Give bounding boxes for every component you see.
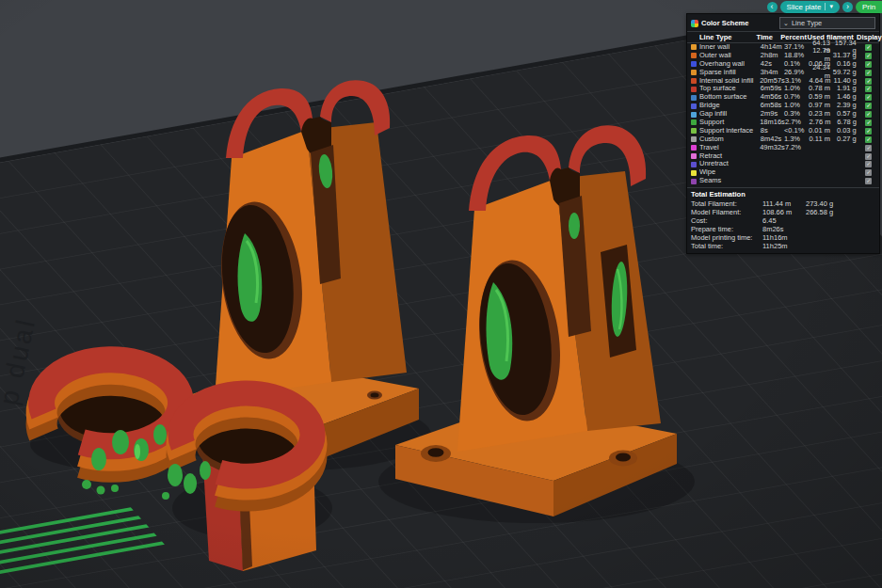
total-value-1: 111.44 m (762, 199, 806, 208)
slice-plate-button[interactable]: Slice plate ▾ (780, 1, 840, 13)
view-mode-select[interactable]: ⌄ Line Type (779, 17, 875, 29)
chevron-left-icon: ‹ (771, 2, 774, 11)
line-type-swatch (691, 136, 697, 142)
total-value-1: 108.66 m (762, 208, 806, 216)
filament-weight-value: 0.27 g (830, 135, 858, 144)
display-cell: ✓ (858, 178, 879, 184)
total-value-2 (806, 225, 879, 233)
total-value-1: 11h16m (762, 233, 806, 242)
display-checkbox[interactable]: ✓ (865, 94, 872, 101)
plate-next-button[interactable]: › (842, 2, 853, 12)
display-checkbox[interactable]: ✓ (865, 61, 872, 68)
line-type-swatch (691, 128, 697, 134)
total-value-1: 11h25m (762, 242, 806, 250)
percent-value: 7.2% (785, 144, 807, 152)
line-type-swatch (691, 162, 697, 167)
action-toolbar: ‹ Slice plate ▾ › Prin (767, 1, 882, 12)
line-type-swatch (691, 95, 697, 101)
line-type-label: Top surface (699, 85, 761, 93)
total-label: Model printing time: (687, 233, 762, 242)
total-row: Prepare time:8m26s (687, 225, 879, 233)
line-type-row: Travel49m32s7.2%✓ (687, 144, 879, 152)
line-type-swatch (691, 145, 697, 151)
display-checkbox[interactable]: ✓ (865, 53, 872, 59)
total-value-2 (806, 233, 879, 242)
line-type-label: Support interface (699, 127, 761, 135)
total-value-2 (806, 216, 879, 225)
line-type-label: Travel (699, 144, 760, 152)
display-cell: ✓ (858, 111, 879, 118)
display-checkbox[interactable]: ✓ (865, 111, 872, 118)
display-cell: ✓ (858, 153, 879, 160)
time-value: 49m32s (760, 144, 785, 152)
total-row: Total time:11h25m (687, 242, 879, 250)
display-checkbox[interactable]: ✓ (865, 78, 872, 85)
display-checkbox[interactable]: ✓ (865, 128, 872, 135)
chevron-down-icon: ▾ (829, 3, 833, 10)
display-checkbox[interactable]: ✓ (865, 119, 872, 126)
line-type-swatch (691, 44, 697, 50)
display-checkbox[interactable]: ✓ (865, 86, 872, 92)
print-label: Prin (862, 3, 875, 11)
display-cell: ✓ (858, 86, 879, 92)
counterbore-hole (616, 453, 631, 462)
slicer-preview-window: p dual (0, 0, 882, 588)
display-checkbox[interactable]: ✓ (865, 169, 872, 176)
line-type-swatch (691, 103, 697, 109)
panel-title: Color Scheme (701, 19, 748, 27)
line-type-label: Wipe (699, 168, 761, 177)
line-type-label: Outer wall (699, 52, 761, 60)
line-type-swatch (691, 87, 697, 92)
display-cell: ✓ (858, 70, 879, 76)
line-type-label: Internal solid infill (699, 77, 760, 86)
palette-icon (691, 20, 698, 27)
col-percent: Percent (780, 33, 804, 41)
line-type-label: Overhang wall (699, 60, 761, 69)
view-mode-value: Line Type (792, 19, 822, 27)
total-label: Total Filament: (687, 199, 762, 208)
line-type-swatch (691, 112, 697, 118)
line-type-swatch (691, 179, 697, 184)
print-button[interactable]: Prin (856, 1, 882, 13)
col-line-type: Line Type (699, 33, 756, 41)
line-type-row: Unretract✓ (687, 160, 879, 168)
total-label: Cost: (687, 216, 762, 225)
line-type-label: Seams (699, 177, 761, 185)
display-checkbox[interactable]: ✓ (865, 44, 872, 51)
plate-prev-button[interactable]: ‹ (767, 2, 778, 12)
display-checkbox[interactable]: ✓ (865, 136, 872, 143)
display-checkbox[interactable]: ✓ (865, 153, 872, 160)
totals-title: Total Estimation (687, 187, 879, 199)
line-type-label: Support (699, 119, 760, 127)
line-type-swatch (691, 78, 697, 84)
display-checkbox[interactable]: ✓ (865, 145, 872, 151)
display-checkbox[interactable]: ✓ (865, 103, 872, 109)
total-value-2: 266.58 g (806, 208, 879, 216)
line-type-label: Sparse infill (699, 69, 761, 77)
chevron-down-icon: ⌄ (783, 20, 789, 27)
line-type-swatch (691, 70, 697, 75)
display-cell: ✓ (858, 53, 879, 59)
filament-length-value: 0.11 m (806, 135, 830, 144)
display-checkbox[interactable]: ✓ (865, 178, 872, 184)
line-type-swatch (691, 153, 697, 159)
display-checkbox[interactable]: ✓ (865, 161, 872, 167)
line-type-swatch (691, 61, 697, 67)
display-checkbox[interactable]: ✓ (865, 70, 872, 76)
total-value-1: 8m26s (762, 225, 806, 233)
panel-header: Color Scheme ⌄ Line Type (687, 14, 879, 31)
display-cell: ✓ (858, 44, 879, 51)
line-type-rows: Inner wall4h14m37.1%64.13 m157.34 g✓Oute… (687, 43, 879, 185)
line-type-label: Unretract (699, 160, 761, 168)
total-row: Cost:6.45 (687, 216, 879, 225)
total-value-2 (806, 242, 879, 250)
line-type-label: Gap infill (699, 110, 761, 119)
display-cell: ✓ (858, 128, 879, 135)
display-cell: ✓ (858, 161, 879, 167)
display-cell: ✓ (858, 61, 879, 68)
total-label: Total time: (687, 242, 762, 250)
total-label: Model Filament: (687, 208, 762, 216)
line-type-swatch (691, 170, 697, 176)
total-row: Total Filament:111.44 m273.40 g (687, 199, 879, 208)
total-row: Model printing time:11h16m (687, 233, 879, 242)
